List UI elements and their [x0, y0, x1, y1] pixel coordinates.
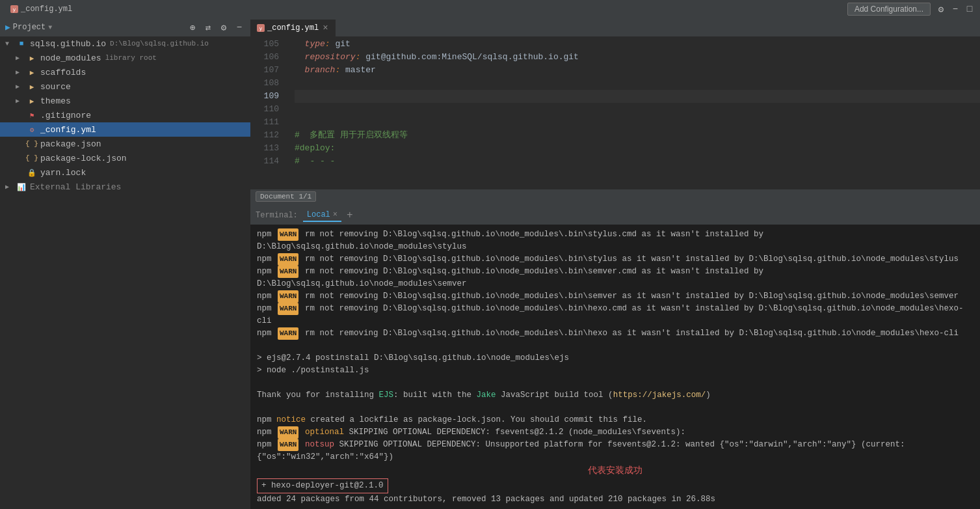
- tree-item-root[interactable]: ▼ ■ sqlsq.github.io D:\Blog\sqlsq.github…: [0, 36, 250, 51]
- jake-text: Jake: [477, 391, 496, 400]
- term-line-ejs2: > node ./postinstall.js: [257, 365, 973, 377]
- code-line-109: [295, 90, 980, 103]
- term-line-1: npm WARN rm not removing D:\Blog\sqlsq.g…: [257, 228, 973, 253]
- yml-icon: y: [10, 5, 18, 13]
- term-line-2: npm WARN rm not removing D:\Blog\sqlsq.g…: [257, 253, 973, 266]
- project-dropdown-icon[interactable]: ▼: [48, 24, 52, 31]
- code-line-112: # 多配置 用于开启双线程等: [295, 129, 980, 142]
- tree-item-scaffolds[interactable]: ▶ ▶ scaffolds: [0, 65, 250, 79]
- code-line-110: [295, 103, 980, 116]
- code-comment: # - - -: [295, 155, 335, 168]
- minus-icon[interactable]: −: [233, 21, 245, 33]
- settings-icon[interactable]: ⚙: [936, 4, 946, 14]
- minimize-icon[interactable]: −: [950, 4, 960, 14]
- tree-item-external-libraries[interactable]: ▶ 📊 External Libraries: [0, 180, 250, 194]
- tree-item-config-yml[interactable]: ▶ ⚙ _config.yml: [0, 122, 250, 137]
- tree-item-gitignore[interactable]: ▶ ⚑ .gitignore: [0, 108, 250, 122]
- arrow-icon: ▼: [5, 40, 16, 48]
- root-path: D:\Blog\sqlsq.github.io: [110, 40, 209, 48]
- warn-badge: WARN: [278, 228, 298, 241]
- term-line-added: added 24 packages from 44 contributors, …: [257, 493, 973, 506]
- tree-item-package-json[interactable]: ▶ { } package.json: [0, 137, 250, 151]
- warn-badge: WARN: [278, 290, 298, 303]
- add-configuration-button[interactable]: Add Configuration...: [847, 3, 931, 16]
- titlebar-tab[interactable]: y _config.yml: [5, 5, 77, 14]
- terminal-tab-local-label: Local: [307, 210, 330, 219]
- package-json-label: package.json: [40, 139, 101, 149]
- maximize-icon[interactable]: □: [964, 4, 975, 14]
- editor-tabs: y _config.yml ×: [250, 18, 980, 36]
- code-val: master: [340, 64, 376, 77]
- warn-badge: WARN: [278, 266, 298, 278]
- term-line-3: npm WARN rm not removing D:\Blog\sqlsq.g…: [257, 266, 973, 290]
- terminal-tab-local[interactable]: Local ×: [303, 209, 341, 222]
- code-line-106: repository: git@github.com:MineSQL/sqlsq…: [295, 51, 980, 64]
- arrow-icon: ▶: [16, 83, 26, 90]
- notsup-badge: notsup: [300, 440, 334, 449]
- code-colon: :: [335, 64, 340, 77]
- tree-item-node-modules[interactable]: ▶ ▶ node_modules library root: [0, 51, 250, 65]
- term-line-4: npm WARN rm not removing D:\Blog\sqlsq.g…: [257, 290, 973, 303]
- code-content[interactable]: type: git repository: git@github.com:Min…: [284, 36, 980, 189]
- tree-item-themes[interactable]: ▶ ▶ themes: [0, 94, 250, 108]
- code-val: git: [330, 38, 351, 51]
- editor-tab-config-yml[interactable]: y _config.yml ×: [250, 20, 336, 36]
- line-num-112: 112: [256, 129, 279, 142]
- arrow-icon: ▶: [16, 97, 26, 105]
- terminal-label: Terminal:: [256, 211, 298, 220]
- right-panel: y _config.yml × 105 106 107 108 109 110 …: [250, 18, 980, 509]
- node-modules-sub: library root: [105, 54, 157, 62]
- file-tree: ▼ ■ sqlsq.github.io D:\Blog\sqlsq.github…: [0, 36, 250, 509]
- sidebar-toolbar: ▶ Project ▼ ⊕ ⇄ ⚙ −: [0, 18, 250, 36]
- tab-close-button[interactable]: ×: [323, 23, 328, 33]
- terminal-content[interactable]: npm WARN rm not removing D:\Blog\sqlsq.g…: [250, 225, 980, 509]
- code-token: branch: [295, 64, 335, 77]
- warn-badge: WARN: [278, 253, 298, 266]
- jakejs-link[interactable]: https://jakejs.com/: [613, 391, 706, 400]
- tree-item-source[interactable]: ▶ ▶ source: [0, 79, 250, 94]
- gitignore-label: .gitignore: [40, 111, 91, 120]
- tree-item-yarn-lock[interactable]: ▶ 🔒 yarn.lock: [0, 165, 250, 180]
- term-line-6: npm WARN rm not removing D:\Blog\sqlsq.g…: [257, 327, 973, 340]
- ext-lib-icon: 📊: [16, 182, 27, 192]
- titlebar: y _config.yml Add Configuration... ⚙ − □: [0, 0, 980, 18]
- term-empty-2: [257, 377, 973, 389]
- add-terminal-button[interactable]: +: [347, 210, 353, 221]
- term-line-ejs1: > ejs@2.7.4 postinstall D:\Blog\sqlsq.gi…: [257, 352, 973, 365]
- ejs-text: EJS: [379, 391, 394, 400]
- line-num-107: 107: [256, 64, 279, 77]
- line-num-109: 109: [256, 90, 279, 103]
- terminal-tab-close[interactable]: ×: [333, 210, 338, 219]
- tree-item-package-lock-json[interactable]: ▶ { } package-lock.json: [0, 151, 250, 165]
- folder-icon: ▶: [26, 81, 38, 92]
- root-label: sqlsq.github.io: [30, 39, 106, 49]
- collapse-icon[interactable]: ⇄: [202, 21, 214, 33]
- term-line-notice: npm notice created a lockfile as package…: [257, 414, 973, 426]
- themes-label: themes: [40, 96, 71, 106]
- sync-icon[interactable]: ⊕: [187, 21, 198, 33]
- code-line-108: [295, 77, 980, 90]
- line-num-108: 108: [256, 77, 279, 90]
- yarn-lock-label: yarn.lock: [40, 168, 86, 178]
- install-success-text: 代表安装成功: [257, 465, 973, 477]
- terminal-area: Terminal: Local × + npm WARN rm not remo…: [250, 206, 980, 509]
- project-icon: ■: [16, 38, 27, 49]
- gear-icon[interactable]: ⚙: [218, 21, 230, 33]
- editor-status-bar: Document 1/1: [250, 189, 980, 204]
- terminal-tab-bar: Terminal: Local × +: [250, 206, 980, 225]
- folder-icon: ▶: [26, 96, 38, 106]
- arrow-icon: ▶: [5, 183, 16, 191]
- warn-badge: WARN: [278, 426, 298, 439]
- project-icon: ▶: [5, 22, 10, 33]
- main-area: ▶ Project ▼ ⊕ ⇄ ⚙ − ▼ ■ sqlsq.github.io …: [0, 18, 980, 509]
- sidebar-toolbar-icons: ⊕ ⇄ ⚙ −: [187, 21, 245, 33]
- code-val: git@github.com:MineSQL/sqlsq.github.io.g…: [360, 51, 578, 64]
- line-numbers: 105 106 107 108 109 110 111 112 113 114: [250, 36, 284, 189]
- editor[interactable]: 105 106 107 108 109 110 111 112 113 114 …: [250, 36, 980, 189]
- config-yml-label: _config.yml: [40, 125, 96, 135]
- code-comment: #deploy:: [295, 142, 335, 155]
- code-comment: # 多配置 用于开启双线程等: [295, 129, 408, 142]
- code-line-114: # - - -: [295, 155, 980, 168]
- document-indicator: Document 1/1: [256, 191, 316, 202]
- arrow-icon: ▶: [16, 54, 26, 62]
